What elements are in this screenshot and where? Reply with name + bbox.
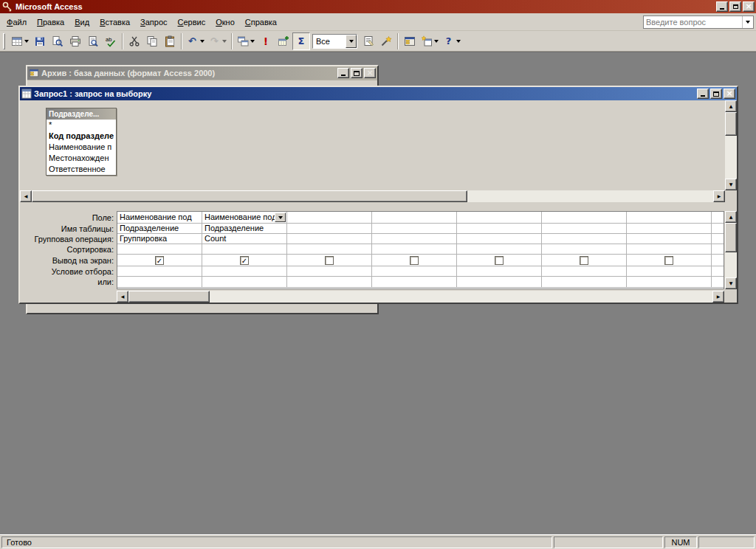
scrollbar-thumb[interactable] — [32, 190, 467, 202]
copy-button[interactable] — [143, 32, 161, 50]
grid-cell-table-8[interactable] — [712, 224, 724, 233]
show-checkbox-checked[interactable]: ✓ — [155, 256, 164, 265]
scrollbar-thumb[interactable] — [128, 291, 210, 303]
chevron-down-icon[interactable] — [249, 33, 255, 49]
grid-cell-sort-8[interactable] — [712, 244, 724, 254]
grid-cell-sort-6[interactable] — [542, 244, 627, 254]
grid-cell-or-5[interactable] — [457, 277, 542, 287]
chevron-down-icon[interactable] — [221, 33, 227, 49]
grid-cell-table-7[interactable] — [627, 224, 712, 233]
grid-cell-table-2[interactable]: Подразделение — [202, 224, 287, 233]
grid-cell-total-4[interactable] — [372, 234, 457, 244]
scrollbar-thumb[interactable] — [725, 112, 737, 136]
run-button[interactable]: ! — [257, 32, 275, 50]
ask-question-input[interactable] — [644, 18, 742, 27]
grid-cell-criteria-1[interactable] — [117, 266, 202, 276]
menu-help[interactable]: Справка — [240, 15, 282, 30]
chevron-down-icon[interactable] — [199, 33, 205, 49]
scroll-up-icon[interactable]: ▲ — [725, 211, 737, 223]
grid-cell-table-5[interactable] — [457, 224, 542, 233]
grid-cell-table-3[interactable] — [287, 224, 372, 233]
grid-cell-sort-3[interactable] — [287, 244, 372, 254]
show-checkbox[interactable] — [580, 256, 588, 265]
query-minimize-button[interactable] — [697, 89, 709, 99]
help-button[interactable]: ? — [441, 32, 463, 50]
scroll-left-icon[interactable]: ◀ — [117, 291, 128, 303]
grid-horizontal-scrollbar[interactable]: ◀ ▶ — [117, 291, 724, 303]
grid-cell-criteria-6[interactable] — [542, 266, 627, 276]
grid-cell-or-6[interactable] — [542, 277, 627, 287]
field-list[interactable]: Подразделе... *Код подразделеНаименовани… — [46, 108, 117, 176]
app-close-button[interactable]: × — [743, 1, 755, 12]
grid-cell-sort-7[interactable] — [627, 244, 712, 254]
database-window-button[interactable] — [401, 32, 419, 50]
scroll-right-icon[interactable]: ▶ — [713, 190, 725, 202]
grid-cell-field-2[interactable]: Наименование под — [202, 212, 287, 223]
print-preview-button[interactable] — [84, 32, 102, 50]
menu-edit[interactable]: Правка — [32, 15, 69, 30]
grid-cell-show-5[interactable] — [457, 255, 542, 266]
chevron-down-icon[interactable] — [742, 16, 753, 28]
totals-button[interactable]: Σ — [292, 32, 310, 50]
grid-cell-sort-4[interactable] — [372, 244, 457, 254]
grid-cell-or-7[interactable] — [627, 277, 712, 287]
grid-cell-criteria-7[interactable] — [627, 266, 712, 276]
menu-file[interactable]: Файл — [1, 15, 32, 30]
chevron-down-icon[interactable] — [455, 33, 461, 49]
grid-cell-field-6[interactable] — [542, 212, 627, 223]
cut-button[interactable] — [126, 32, 143, 50]
grid-cell-sort-1[interactable] — [117, 244, 202, 254]
db-close-button[interactable]: × — [364, 68, 376, 78]
show-checkbox[interactable] — [664, 256, 673, 265]
new-object-button[interactable] — [419, 32, 441, 50]
undo-button[interactable]: ↶ — [185, 32, 207, 50]
query-close-button[interactable]: × — [724, 89, 735, 99]
query-type-button[interactable] — [235, 32, 257, 50]
grid-cell-criteria-8[interactable] — [712, 266, 724, 276]
grid-cell-sort-5[interactable] — [457, 244, 542, 254]
toolbar-drag-handle[interactable] — [3, 33, 5, 49]
show-checkbox[interactable] — [325, 256, 334, 265]
scroll-left-icon[interactable]: ◀ — [20, 190, 32, 202]
grid-cell-or-8[interactable] — [712, 277, 724, 287]
menu-insert[interactable]: Вставка — [94, 15, 135, 30]
scroll-down-icon[interactable]: ▼ — [725, 277, 737, 289]
grid-cell-total-2[interactable]: Count — [202, 234, 287, 244]
grid-cell-show-4[interactable] — [372, 255, 457, 266]
show-checkbox[interactable] — [495, 256, 504, 265]
view-button[interactable] — [9, 32, 31, 50]
grid-cell-field-1[interactable]: Наименование под — [117, 212, 202, 223]
grid-cell-table-1[interactable]: Подразделение — [117, 224, 202, 233]
grid-cell-total-1[interactable]: Группировка — [117, 234, 202, 244]
grid-cell-field-7[interactable] — [627, 212, 712, 223]
grid-cell-show-1[interactable]: ✓ — [117, 255, 202, 266]
build-button[interactable] — [377, 32, 395, 50]
query-window-titlebar[interactable]: Запрос1 : запрос на выборку × — [20, 87, 737, 100]
diagram-horizontal-scrollbar[interactable]: ◀ ▶ — [20, 190, 725, 202]
grid-cell-show-7[interactable] — [627, 255, 712, 266]
grid-cell-or-2[interactable] — [202, 277, 287, 287]
grid-cell-table-4[interactable] — [372, 224, 457, 233]
spelling-button[interactable]: ab — [102, 32, 120, 50]
print-button[interactable] — [66, 32, 84, 50]
app-minimize-button[interactable] — [716, 1, 728, 12]
menu-view[interactable]: Вид — [69, 15, 94, 30]
grid-cell-show-3[interactable] — [287, 255, 372, 266]
grid-cell-total-3[interactable] — [287, 234, 372, 244]
show-table-button[interactable] — [275, 32, 292, 50]
grid-cell-or-3[interactable] — [287, 277, 372, 287]
grid-cell-total-6[interactable] — [542, 234, 627, 244]
grid-cell-or-4[interactable] — [372, 277, 457, 287]
query-design-window[interactable]: Запрос1 : запрос на выборку × Подразделе… — [18, 86, 738, 304]
chevron-down-icon[interactable] — [23, 33, 30, 49]
paste-button[interactable] — [161, 32, 179, 50]
diagram-vertical-scrollbar[interactable]: ▲ ▼ — [725, 100, 737, 190]
chevron-down-icon[interactable] — [346, 35, 357, 48]
grid-cell-field-8[interactable] — [712, 212, 724, 223]
app-restore-button[interactable] — [729, 1, 741, 12]
menu-query[interactable]: Запрос — [135, 15, 172, 30]
grid-cell-total-5[interactable] — [457, 234, 542, 244]
query-diagram-pane[interactable]: Подразделе... *Код подразделеНаименовани… — [20, 100, 724, 190]
cell-dropdown-button[interactable] — [275, 213, 286, 222]
grid-cell-table-6[interactable] — [542, 224, 627, 233]
